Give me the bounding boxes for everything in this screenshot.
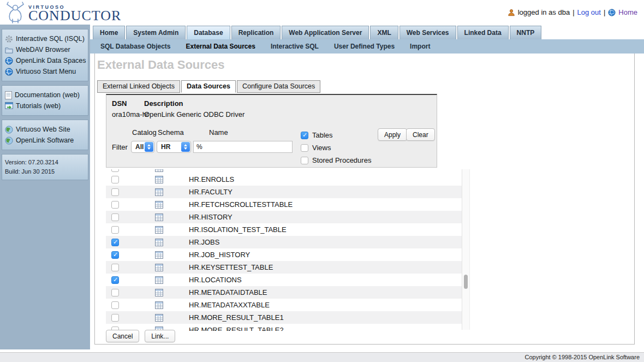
- row-checkbox[interactable]: [111, 176, 119, 183]
- schema-select-value: HR: [161, 143, 170, 151]
- logo-conductor: CONDUCTOR: [28, 9, 121, 22]
- row-checkbox[interactable]: [111, 239, 119, 246]
- sidebar-item-virtuoso-web-site[interactable]: Virtuoso Web Site: [5, 124, 85, 135]
- cancel-button[interactable]: Cancel: [106, 330, 139, 342]
- sidebar-item-label: Interactive SQL (ISQL): [16, 33, 85, 44]
- clear-button[interactable]: Clear: [406, 128, 435, 141]
- content-panel: External Data Sources External Linked Ob…: [94, 54, 635, 345]
- row-checkbox[interactable]: [111, 251, 119, 259]
- sidebar-item-label: Virtuoso Start Menu: [16, 66, 76, 77]
- document-icon: [5, 91, 12, 99]
- object-name: HR.MORE_RESULT_TABLE1: [189, 313, 284, 322]
- table-icon: [155, 276, 163, 284]
- sidebar-item-label: OpenLink Software: [16, 135, 74, 146]
- tables-checkbox[interactable]: [301, 132, 308, 139]
- table-row: HR.FETCHSCROLLTESTTABLE: [106, 198, 462, 211]
- sidebar: Interactive SQL (ISQL)WebDAV BrowserOpen…: [0, 25, 90, 349]
- subtab-external-data-sources[interactable]: External Data Sources: [178, 39, 263, 54]
- app-logo[interactable]: VIRTUOSO CONDUCTOR: [3, 1, 121, 24]
- sub-tab-bar: SQL Database ObjectsExternal Data Source…: [90, 39, 644, 54]
- row-checkbox[interactable]: [111, 201, 119, 209]
- user-icon: [508, 9, 515, 16]
- row-checkbox[interactable]: [111, 188, 119, 196]
- table-row: HR.JOBS: [106, 236, 462, 248]
- globe-icon: [5, 126, 13, 134]
- row-checkbox[interactable]: [111, 226, 119, 234]
- sidebar-info: Version: 07.20.3214: [5, 158, 85, 167]
- stepper-icon: [145, 142, 153, 152]
- dsn-value: ora10ma-hr: [112, 110, 148, 118]
- sidebar-item-webdav-browser[interactable]: WebDAV Browser: [5, 44, 85, 55]
- sidebar-info-text: Build: Jun 30 2015: [5, 168, 55, 175]
- datasource-tab-bar: External Linked ObjectsData SourcesConfi…: [97, 80, 321, 93]
- link-button[interactable]: Link...: [145, 330, 175, 342]
- sidebar-item-openlink-data-spaces[interactable]: OpenLink Data Spaces: [5, 55, 85, 66]
- sidebar-item-tutorials-web[interactable]: Tutorials (web): [5, 100, 85, 111]
- catalog-select[interactable]: All: [131, 141, 154, 153]
- tab-web-services[interactable]: Web Services: [399, 26, 456, 39]
- home-link[interactable]: Home: [618, 8, 637, 16]
- stored-procedures-checkbox[interactable]: [301, 157, 308, 164]
- filter-checkbox-row: Stored Procedures: [301, 154, 371, 167]
- checkbox-label: Tables: [312, 131, 333, 139]
- row-checkbox[interactable]: [111, 301, 119, 309]
- schema-select[interactable]: HR: [157, 141, 191, 153]
- table-row: HR.METADATAXXTABLE: [106, 299, 462, 311]
- subtab-interactive-sql[interactable]: Interactive SQL: [263, 39, 326, 54]
- panel-actions: Cancel Link...: [106, 330, 175, 342]
- subtab-user-defined-types[interactable]: User Defined Types: [326, 39, 402, 54]
- filter-checkbox-row: Views: [301, 141, 371, 154]
- table-icon: [155, 239, 163, 246]
- tab-web-application-server[interactable]: Web Application Server: [282, 26, 369, 39]
- object-name: HR.FETCHSCROLLTESTTABLE: [189, 200, 293, 209]
- sidebar-item-virtuoso-start-menu[interactable]: Virtuoso Start Menu: [5, 66, 85, 77]
- table-row: HR.HISTORY: [106, 211, 462, 223]
- row-checkbox[interactable]: [111, 264, 119, 271]
- sidebar-item-documentation-web[interactable]: Documentation (web): [5, 90, 85, 100]
- table-icon: [155, 264, 163, 271]
- main-tab-bar: HomeSystem AdminDatabaseReplicationWeb A…: [93, 26, 541, 39]
- row-checkbox[interactable]: [111, 169, 119, 172]
- sidebar-group: Interactive SQL (ISQL)WebDAV BrowserOpen…: [2, 29, 88, 81]
- session-bar: logged in as dba | Log out | Home: [508, 8, 637, 16]
- object-name: HR.ENROLLS: [189, 175, 234, 183]
- row-checkbox[interactable]: [111, 213, 119, 221]
- row-checkbox[interactable]: [111, 314, 119, 322]
- checkbox-label: Views: [312, 144, 331, 152]
- subtab-import[interactable]: Import: [402, 39, 438, 54]
- table-row: HR.METADATAIDTABLE: [106, 286, 462, 299]
- table-row: HR.LOCATIONS: [106, 274, 462, 286]
- logout-link[interactable]: Log out: [577, 8, 601, 16]
- footer: Copyright © 1998-2015 OpenLink Software: [0, 352, 644, 362]
- table-row: HR.MORE_RESULT_TABLE1: [106, 311, 462, 324]
- subtab-sql-database-objects[interactable]: SQL Database Objects: [93, 39, 178, 54]
- tab-home[interactable]: Home: [93, 26, 125, 39]
- tab-nntp[interactable]: NNTP: [510, 26, 542, 39]
- tab-linked-data[interactable]: Linked Data: [457, 26, 509, 39]
- tab-replication[interactable]: Replication: [231, 26, 281, 39]
- row-checkbox[interactable]: [111, 276, 119, 284]
- scrollbar[interactable]: [462, 169, 470, 330]
- scrollbar-thumb[interactable]: [464, 275, 468, 289]
- table-icon: [155, 169, 163, 172]
- name-filter-input[interactable]: [193, 141, 293, 153]
- description-value: OpenLink Generic ODBC Driver: [144, 110, 245, 118]
- apply-button[interactable]: Apply: [378, 128, 407, 141]
- tab-database[interactable]: Database: [187, 26, 230, 39]
- logo-text: VIRTUOSO CONDUCTOR: [28, 1, 121, 22]
- table-icon: [155, 314, 163, 322]
- datasource-tab-data-sources[interactable]: Data Sources: [181, 80, 236, 93]
- sidebar-item-label: OpenLink Data Spaces: [16, 55, 86, 66]
- filter-label: Filter: [112, 143, 128, 151]
- object-type-checkboxes: TablesViewsStored Procedures: [301, 129, 371, 167]
- tab-system-admin[interactable]: System Admin: [126, 26, 186, 39]
- datasource-tab-external-linked-objects[interactable]: External Linked Objects: [97, 80, 180, 93]
- datasource-tab-configure-data-sources[interactable]: Configure Data Sources: [237, 80, 320, 93]
- sidebar-item-openlink-software[interactable]: OpenLink Software: [5, 135, 85, 146]
- sidebar-item-interactive-sql-isql[interactable]: Interactive SQL (ISQL): [5, 33, 85, 44]
- globe-icon: [5, 137, 13, 145]
- views-checkbox[interactable]: [301, 144, 308, 152]
- tab-xml[interactable]: XML: [370, 26, 398, 39]
- object-name: HR.FACULTY: [189, 188, 232, 196]
- row-checkbox[interactable]: [111, 289, 119, 296]
